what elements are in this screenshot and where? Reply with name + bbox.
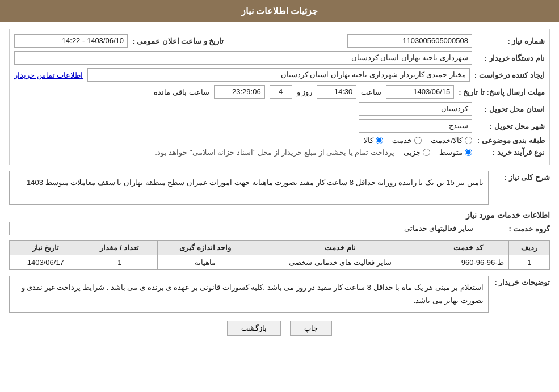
row-category: طبقه بندی موضوعی : کالا/خدمت خدمت کالا [14, 136, 545, 145]
radio-jozee-input[interactable] [423, 149, 430, 156]
service-group-value: سایر فعالیتهای خدماتی [9, 222, 477, 235]
buyer-notes-label: توضیحات خریدار : [493, 278, 550, 286]
row-service-group: گروه خدمت : سایر فعالیتهای خدماتی [9, 222, 550, 235]
radio-kala-label: کالا [364, 136, 373, 145]
need-description-value: تامین بنز 15 تن تک با راننده روزانه حداق… [9, 171, 489, 205]
radio-khedmat-label: خدمت [392, 136, 412, 145]
date-value: 1403/06/10 - 14:22 [14, 34, 128, 48]
buyer-notes-value: استعلام بر مبنی هر یک ماه با حداقل 8 ساع… [9, 276, 489, 313]
response-day-label: روز و [297, 88, 313, 96]
row-buyer-notes: توضیحات خریدار : استعلام بر مبنی هر یک م… [9, 276, 550, 313]
creator-contact-link[interactable]: اطلاعات تماس خریدار [14, 71, 83, 79]
row-buyer-org: نام دستگاه خریدار : شهرداری ناحیه بهاران… [14, 51, 545, 65]
category-radio-group: کالا/خدمت خدمت کالا [364, 136, 472, 145]
cell-row-num: 1 [509, 255, 550, 270]
services-section-header: اطلاعات خدمات مورد نیاز [9, 210, 550, 220]
need-description-label: شرح کلی نیاز : [493, 173, 550, 182]
print-button[interactable]: چاپ [290, 321, 332, 336]
response-deadline-label: مهلت ارسال پاسخ: تا تاریخ : [459, 88, 545, 96]
row-need-description: شرح کلی نیاز : تامین بنز 15 تن تک با ران… [9, 171, 550, 205]
radio-khedmat[interactable]: خدمت [392, 136, 422, 145]
delivery-city-label: شهر محل تحویل : [477, 122, 545, 130]
response-time: 14:30 [317, 85, 356, 99]
response-time-label: ساعت [361, 88, 381, 96]
need-number-label: شماره نیاز : [477, 37, 545, 45]
col-header-unit: واحد اندازه گیری [158, 241, 253, 255]
creator-value: مختار حمیدی کاربرداز شهرداری ناحیه بهارا… [87, 68, 470, 82]
delivery-province-label: استان محل تحویل : [477, 105, 545, 113]
buyer-org-label: نام دستگاه خریدار : [477, 54, 545, 62]
radio-motawaset[interactable]: متوسط [439, 148, 472, 157]
service-group-label: گروه خدمت : [482, 225, 550, 233]
radio-jozee-label: جزیی [404, 148, 421, 157]
cell-service-name: سایر فعالیت های خدماتی شخصی [253, 255, 427, 270]
services-table: ردیف کد خدمت نام خدمت واحد اندازه گیری ت… [9, 240, 550, 270]
page-header: جزئیات اطلاعات نیاز [0, 0, 559, 22]
response-date: 1403/06/15 [386, 85, 454, 99]
need-number-value: 1103005605000508 [347, 34, 472, 48]
radio-kala-khedmat[interactable]: کالا/خدمت [431, 136, 472, 145]
buyer-org-value: شهرداری ناحیه بهاران استان کردستان [14, 51, 472, 65]
row-process: نوع فرآیند خرید : متوسط جزیی پرداخت تمام… [14, 148, 545, 157]
date-label: تاریخ و ساعت اعلان عمومی : [132, 37, 224, 45]
cell-quantity: 1 [82, 255, 157, 270]
back-button[interactable]: بازگشت [227, 321, 281, 336]
response-remaining: 23:29:06 [214, 85, 265, 99]
main-info-section: شماره نیاز : 1103005605000508 تاریخ و سا… [9, 29, 550, 165]
creator-label: ایجاد کننده درخواست : [474, 71, 545, 79]
table-header-row: ردیف کد خدمت نام خدمت واحد اندازه گیری ت… [10, 241, 550, 255]
col-header-name: نام خدمت [253, 241, 427, 255]
row-delivery-province: استان محل تحویل : کردستان [14, 102, 545, 116]
radio-kala-input[interactable] [376, 137, 383, 144]
col-header-date: تاریخ نیاز [10, 241, 82, 255]
main-content: شماره نیاز : 1103005605000508 تاریخ و سا… [0, 22, 559, 351]
table-row: 1 ط-96-96-960 سایر فعالیت های خدماتی شخص… [10, 255, 550, 270]
row-delivery-city: شهر محل تحویل : سنندج [14, 119, 545, 133]
radio-kala-khedmat-input[interactable] [465, 137, 472, 144]
row-response-deadline: مهلت ارسال پاسخ: تا تاریخ : 1403/06/15 س… [14, 85, 545, 99]
bottom-buttons: چاپ بازگشت [9, 321, 550, 336]
row-creator: ایجاد کننده درخواست : مختار حمیدی کاربرد… [14, 68, 545, 82]
process-label: نوع فرآیند خرید : [477, 148, 545, 157]
page-wrapper: جزئیات اطلاعات نیاز شماره نیاز : 1103005… [0, 0, 559, 392]
radio-motawaset-label: متوسط [439, 148, 463, 157]
response-remaining-label: ساعت باقی مانده [154, 88, 209, 96]
response-days: 4 [270, 85, 292, 99]
row-need-number-date: شماره نیاز : 1103005605000508 تاریخ و سا… [14, 34, 545, 48]
delivery-city-value: سنندج [359, 119, 472, 133]
radio-kala-khedmat-label: کالا/خدمت [431, 136, 463, 145]
delivery-province-value: کردستان [359, 102, 472, 116]
col-header-row-num: ردیف [509, 241, 550, 255]
radio-motawaset-input[interactable] [465, 149, 472, 156]
cell-date: 1403/06/17 [10, 255, 82, 270]
col-header-code: کد خدمت [427, 241, 509, 255]
cell-unit: ماهیانه [158, 255, 253, 270]
process-radio-group: متوسط جزیی [404, 148, 472, 157]
cell-service-code: ط-96-96-960 [427, 255, 509, 270]
radio-jozee[interactable]: جزیی [404, 148, 430, 157]
process-note: پرداخت تمام یا بخشی از مبلغ خریدار از مح… [155, 148, 394, 157]
col-header-quantity: تعداد / مقدار [82, 241, 157, 255]
radio-kala[interactable]: کالا [364, 136, 383, 145]
radio-khedmat-input[interactable] [414, 137, 422, 144]
category-label: طبقه بندی موضوعی : [477, 136, 545, 145]
page-title: جزئیات اطلاعات نیاز [241, 6, 318, 16]
